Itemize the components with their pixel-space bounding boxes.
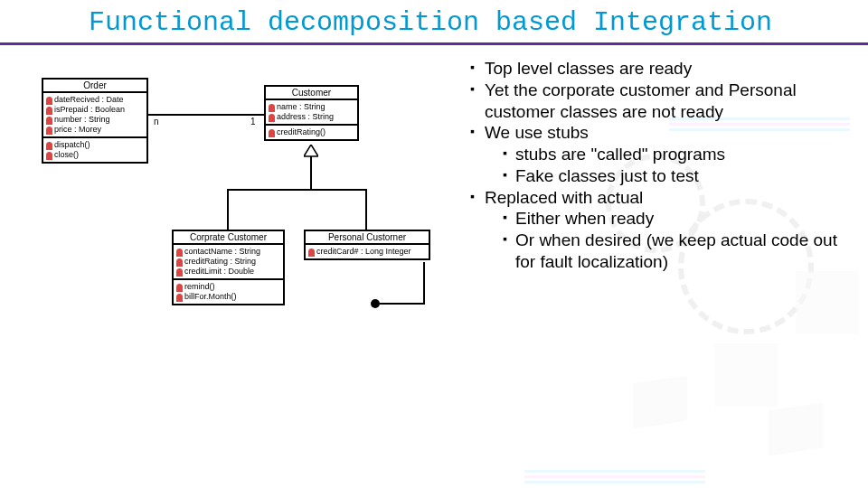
lock-icon bbox=[46, 107, 52, 113]
uml-class-order: Order dateRecived : Date isPrepaid : Boo… bbox=[42, 78, 148, 164]
uml-class-title: Customer bbox=[266, 87, 357, 100]
uml-multiplicity: 1 bbox=[250, 117, 256, 127]
lock-icon bbox=[46, 117, 52, 123]
uml-class-title: Personal Custorner bbox=[306, 231, 429, 245]
lock-icon bbox=[46, 97, 52, 103]
uml-diagram: Order dateRecived : Date isPrepaid : Boo… bbox=[36, 58, 461, 419]
lock-icon bbox=[46, 127, 52, 133]
bullet-item: Yet the corporate customer and Personal … bbox=[468, 80, 841, 123]
bullet-subitem: Or when desired (we keep actual code out… bbox=[501, 230, 841, 273]
uml-line bbox=[380, 303, 425, 305]
lock-icon bbox=[176, 284, 183, 290]
bullet-item: Replaced with actual Either when ready O… bbox=[468, 187, 841, 273]
lock-icon bbox=[308, 249, 315, 255]
uml-association-line bbox=[148, 114, 264, 116]
bullet-list-panel: Top level classes are ready Yet the corp… bbox=[461, 58, 841, 419]
lock-icon bbox=[269, 104, 275, 110]
uml-generalization-arrow bbox=[304, 145, 318, 157]
page-title: Functional decomposition based Integrati… bbox=[0, 0, 868, 40]
uml-line bbox=[423, 262, 425, 305]
lock-icon bbox=[176, 258, 183, 265]
uml-dot bbox=[371, 299, 380, 308]
bullet-subitem: Either when ready bbox=[501, 208, 841, 230]
uml-class-title: Corprate Customer bbox=[174, 231, 283, 245]
svg-marker-0 bbox=[304, 145, 318, 156]
lock-icon bbox=[176, 249, 183, 255]
uml-multiplicity: n bbox=[154, 117, 159, 127]
uml-line bbox=[227, 189, 229, 230]
lock-icon bbox=[269, 129, 275, 136]
lock-icon bbox=[46, 142, 52, 148]
bullet-subitem: stubs are "called" programs bbox=[501, 144, 841, 165]
bullet-item: We use stubs stubs are "called" programs… bbox=[468, 122, 841, 186]
lock-icon bbox=[176, 294, 183, 300]
uml-line bbox=[227, 189, 367, 191]
uml-class-corporate: Corprate Customer contactName : String c… bbox=[172, 230, 285, 305]
uml-class-customer: Customer name : String address : String … bbox=[264, 85, 359, 141]
uml-line bbox=[365, 189, 367, 230]
bullet-item: Top level classes are ready bbox=[468, 58, 841, 80]
uml-line bbox=[310, 156, 312, 190]
uml-class-personal: Personal Custorner creditCard# : Long In… bbox=[304, 230, 430, 260]
lock-icon bbox=[176, 268, 183, 275]
lock-icon bbox=[46, 152, 52, 158]
bullet-subitem: Fake classes just to test bbox=[501, 165, 841, 187]
uml-class-title: Order bbox=[43, 80, 146, 93]
lock-icon bbox=[269, 114, 275, 120]
